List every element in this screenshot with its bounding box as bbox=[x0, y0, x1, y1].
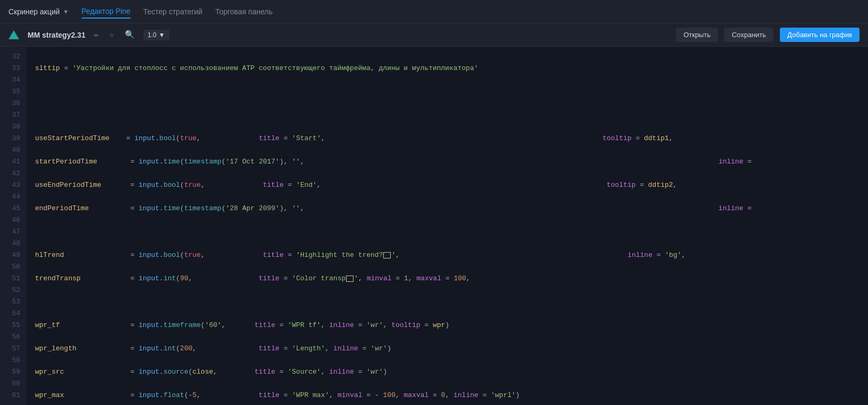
line-numbers: 32 33 34 35 36 37 38 39 40 41 42 43 44 4… bbox=[0, 47, 27, 405]
editor-toolbar: MM strategy2.31 ✏ ☆ 🔍 1.0 ▼ Открыть Сохр… bbox=[0, 23, 868, 47]
brand-screener[interactable]: Скринер акций ▼ bbox=[8, 7, 69, 16]
line-33 bbox=[35, 86, 868, 98]
line-37: useEndPeriodTime = input.bool(true, titl… bbox=[35, 179, 868, 191]
version-label: 1.0 bbox=[148, 31, 157, 39]
line-45: wpr_src = input.source(close, title = 'S… bbox=[35, 366, 868, 378]
code-editor: 32 33 34 35 36 37 38 39 40 41 42 43 44 4… bbox=[0, 47, 868, 405]
save-button[interactable]: Сохранить bbox=[724, 28, 774, 42]
favorite-icon[interactable]: ☆ bbox=[107, 28, 116, 42]
pine-logo-icon bbox=[8, 30, 19, 39]
line-43: wpr_tf = input.timeframe('60', title = '… bbox=[35, 320, 868, 331]
line-34 bbox=[35, 109, 868, 121]
search-icon[interactable]: 🔍 bbox=[123, 28, 137, 42]
line-36: startPeriodTime = input.time(timestamp('… bbox=[35, 156, 868, 168]
line-44: wpr_length = input.int(200, title = 'Len… bbox=[35, 343, 868, 355]
nav-strategy-tester[interactable]: Тестер стратегий bbox=[143, 5, 203, 18]
nav-pine-editor[interactable]: Редактор Pine bbox=[82, 5, 131, 19]
edit-icon[interactable]: ✏ bbox=[92, 28, 101, 42]
script-name: MM strategy2.31 bbox=[28, 31, 85, 39]
line-42 bbox=[35, 296, 868, 308]
nav-trading-panel[interactable]: Торговая панель bbox=[215, 5, 272, 18]
line-38: endPeriodTime = input.time(timestamp('28… bbox=[35, 203, 868, 214]
version-arrow: ▼ bbox=[159, 31, 165, 39]
line-41: trendTransp = input.int(90, title = 'Col… bbox=[35, 273, 868, 285]
line-40: hlTrend = input.bool(true, title = 'High… bbox=[35, 249, 868, 261]
open-button[interactable]: Открыть bbox=[676, 28, 718, 42]
line-46: wpr_max = input.float(-5, title = 'WPR m… bbox=[35, 390, 868, 401]
line-39 bbox=[35, 226, 868, 238]
line-32: slttip = 'Уастройки для стоплосс с испол… bbox=[35, 63, 868, 74]
version-selector[interactable]: 1.0 ▼ bbox=[143, 30, 169, 40]
line-35: useStartPeriodTime = input.bool(true, ti… bbox=[35, 133, 868, 144]
top-navigation: Скринер акций ▼ Редактор Pine Тестер стр… bbox=[0, 0, 868, 23]
brand-label: Скринер акций bbox=[8, 7, 60, 16]
code-lines[interactable]: slttip = 'Уастройки для стоплосс с испол… bbox=[27, 47, 868, 405]
add-to-chart-button[interactable]: Добавить на график bbox=[780, 28, 860, 42]
toolbar-actions: Открыть Сохранить Добавить на график bbox=[676, 28, 860, 42]
brand-arrow: ▼ bbox=[63, 8, 69, 15]
